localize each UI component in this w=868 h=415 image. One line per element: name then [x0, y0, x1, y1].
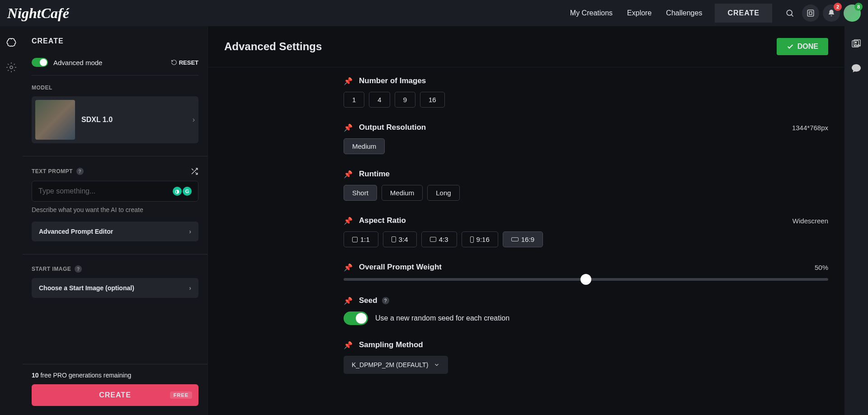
setting-output-resolution: 📌 Output Resolution 1344*768px Medium	[344, 123, 828, 154]
notification-badge: 2	[834, 3, 842, 11]
setting-prompt-weight: 📌 Overall Prompt Weight 50%	[344, 263, 828, 281]
avatar-badge: 8	[854, 3, 863, 11]
content: Advanced Settings DONE 📌 Number of Image…	[208, 26, 844, 415]
svg-point-4	[10, 66, 13, 69]
nav-explore[interactable]: Explore	[620, 5, 659, 21]
model-section-label: MODEL	[32, 85, 198, 91]
create-button[interactable]: CREATE FREE	[32, 384, 198, 406]
num-images-16[interactable]: 16	[420, 92, 445, 108]
search-icon[interactable]	[781, 5, 798, 22]
inbox-icon[interactable]	[802, 5, 819, 22]
advanced-mode-label: Advanced mode	[53, 59, 171, 66]
runtime-long[interactable]: Long	[427, 185, 459, 201]
num-images-1[interactable]: 1	[344, 92, 364, 108]
slider-thumb[interactable]	[580, 274, 591, 285]
chevron-down-icon	[434, 362, 440, 368]
model-name: SDXL 1.0	[81, 116, 186, 124]
pin-icon[interactable]: 📌	[344, 297, 353, 305]
brain-icon[interactable]	[5, 37, 17, 49]
svg-rect-3	[809, 12, 812, 14]
advanced-mode-toggle[interactable]	[32, 58, 48, 67]
nav-challenges[interactable]: Challenges	[659, 5, 709, 21]
aspect-4-3[interactable]: 4:3	[421, 231, 457, 247]
sampling-dropdown[interactable]: K_DPMPP_2M (DEFAULT)	[344, 356, 448, 374]
model-selector[interactable]: SDXL 1.0 ›	[32, 96, 198, 143]
pin-icon[interactable]: 📌	[344, 217, 353, 225]
num-images-9[interactable]: 9	[395, 92, 415, 108]
sidebar-title: CREATE	[23, 26, 208, 52]
svg-point-7	[855, 42, 857, 43]
pin-icon[interactable]: 📌	[344, 170, 353, 179]
notifications-icon[interactable]: 2	[823, 5, 840, 22]
setting-number-of-images: 📌 Number of Images 1 4 9 16	[344, 76, 828, 108]
done-button[interactable]: DONE	[777, 38, 828, 55]
runtime-short[interactable]: Short	[344, 185, 377, 201]
weight-value: 50%	[815, 264, 828, 271]
setting-runtime: 📌 Runtime Short Medium Long	[344, 170, 828, 201]
nav-my-creations[interactable]: My Creations	[563, 5, 620, 21]
prompt-help-text: Describe what you want the AI to create	[32, 206, 198, 213]
aspect-16-9[interactable]: 16:9	[503, 231, 543, 247]
weight-slider[interactable]	[344, 278, 828, 281]
svg-rect-2	[807, 10, 814, 16]
right-rail	[844, 26, 868, 415]
shuffle-icon[interactable]	[190, 167, 198, 175]
seed-description: Use a new random seed for each creation	[375, 314, 509, 322]
chevron-right-icon: ›	[193, 116, 195, 124]
grammarly-icon[interactable]: G	[183, 187, 192, 196]
setting-aspect-ratio: 📌 Aspect Ratio Widescreen 1:1 3:4 4:3 9:…	[344, 216, 828, 247]
grammarly-tone-icon[interactable]: ◑	[173, 187, 182, 196]
help-icon[interactable]: ?	[76, 168, 84, 175]
svg-line-1	[791, 14, 793, 16]
ratio-icon	[392, 236, 396, 242]
seed-toggle[interactable]	[344, 311, 368, 325]
advanced-prompt-editor-button[interactable]: Advanced Prompt Editor ›	[32, 222, 198, 241]
logo[interactable]: NightCafé	[7, 5, 69, 22]
help-icon[interactable]: ?	[382, 297, 389, 304]
setting-seed: 📌 Seed ? Use a new random seed for each …	[344, 296, 828, 325]
pin-icon[interactable]: 📌	[344, 123, 353, 132]
start-image-label: START IMAGE ?	[32, 265, 198, 273]
aspect-9-16[interactable]: 9:16	[462, 231, 498, 247]
pin-icon[interactable]: 📌	[344, 263, 353, 272]
chevron-right-icon: ›	[189, 228, 191, 235]
left-rail	[0, 26, 23, 415]
sidebar: CREATE Advanced mode RESET MODEL SDXL 1.…	[23, 26, 208, 415]
ratio-icon	[511, 237, 519, 241]
text-prompt-label: TEXT PROMPT ?	[32, 167, 198, 175]
help-icon[interactable]: ?	[75, 265, 82, 273]
ratio-icon	[470, 236, 474, 243]
nav-create-button[interactable]: CREATE	[715, 4, 772, 23]
free-tag: FREE	[170, 391, 192, 399]
choose-start-image-button[interactable]: Choose a Start Image (optional) ›	[32, 278, 198, 298]
ratio-icon	[430, 237, 436, 242]
runtime-medium[interactable]: Medium	[382, 185, 423, 201]
avatar[interactable]: 8	[844, 5, 861, 22]
pin-icon[interactable]: 📌	[344, 77, 353, 85]
chat-icon[interactable]	[850, 62, 862, 74]
svg-point-0	[787, 10, 792, 15]
prompt-placeholder: Type something...	[38, 187, 173, 195]
setting-sampling-method: 📌 Sampling Method K_DPMPP_2M (DEFAULT)	[344, 340, 828, 374]
page-title: Advanced Settings	[224, 40, 777, 53]
top-nav: NightCafé My Creations Explore Challenge…	[0, 0, 868, 26]
output-res-value: 1344*768px	[792, 124, 828, 132]
pin-icon[interactable]: 📌	[344, 341, 353, 349]
aspect-3-4[interactable]: 3:4	[383, 231, 417, 247]
gallery-icon[interactable]	[850, 38, 862, 50]
chevron-right-icon: ›	[189, 284, 191, 292]
reset-button[interactable]: RESET	[171, 59, 198, 66]
aspect-value: Widescreen	[793, 217, 828, 225]
num-images-4[interactable]: 4	[369, 92, 390, 108]
output-res-medium[interactable]: Medium	[344, 138, 385, 154]
generations-remaining: 10 free PRO generations remaining	[32, 372, 198, 379]
model-thumbnail	[35, 100, 75, 140]
ratio-icon	[352, 237, 358, 242]
prompt-input[interactable]: Type something... ◑ G	[32, 181, 198, 202]
settings-icon[interactable]	[5, 61, 17, 73]
aspect-1-1[interactable]: 1:1	[344, 231, 378, 247]
